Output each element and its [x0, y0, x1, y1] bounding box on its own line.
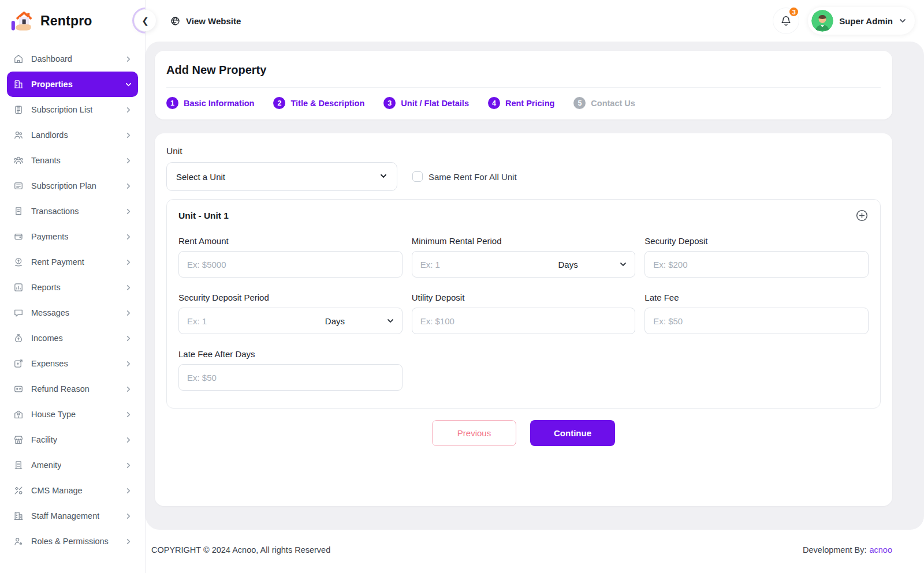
- field-label: Utility Deposit: [412, 293, 636, 302]
- sidebar-item-house-type[interactable]: House Type: [7, 402, 138, 427]
- security-deposit-input[interactable]: [644, 251, 869, 278]
- security-deposit-period-input[interactable]: [179, 308, 268, 334]
- field-label: Late Fee After Days: [178, 349, 403, 359]
- chevron-right-icon: [125, 411, 132, 418]
- sidebar-item-rent-payment[interactable]: Rent Payment: [7, 249, 138, 275]
- combo-minimum-rental-period: Days: [412, 251, 636, 278]
- step-label: Title & Description: [290, 99, 364, 108]
- sidebar-item-subscription-list[interactable]: Subscription List: [7, 97, 138, 122]
- same-rent-checkbox[interactable]: [412, 171, 423, 182]
- brand[interactable]: Rentpro: [0, 0, 145, 42]
- minimum-rental-period-unit-select[interactable]: Days: [501, 252, 635, 277]
- rent-amount-input[interactable]: [178, 251, 403, 278]
- developer-link[interactable]: acnoo: [869, 545, 892, 555]
- security-deposit-period-unit-select[interactable]: Days: [268, 308, 401, 334]
- user-name: Super Admin: [839, 16, 893, 26]
- user-gear-icon: [13, 535, 24, 547]
- field-label: Security Deposit Period: [178, 293, 403, 302]
- user-menu[interactable]: Super Admin: [808, 7, 915, 35]
- step-label: Rent Pricing: [505, 99, 554, 108]
- chevron-right-icon: [125, 538, 132, 545]
- sidebar-collapse-button[interactable]: ❮: [135, 10, 156, 31]
- chevron-right-icon: [125, 157, 132, 164]
- unit-select-value: Days: [558, 260, 578, 269]
- minimum-rental-period-input[interactable]: [412, 252, 501, 277]
- avatar: [811, 10, 833, 32]
- chevron-right-icon: [125, 106, 132, 114]
- sidebar-item-payments[interactable]: Payments: [7, 224, 138, 249]
- sidebar-item-staff-management[interactable]: Staff Management: [7, 503, 138, 529]
- chevron-right-icon: [125, 208, 132, 215]
- notifications-button[interactable]: 3: [773, 8, 799, 33]
- fields-grid: Rent Amount Minimum Rental Period Days S…: [178, 236, 869, 391]
- chevron-right-icon: [125, 284, 132, 291]
- sidebar-item-properties[interactable]: Properties: [7, 72, 138, 97]
- field-rent-amount: Rent Amount: [178, 236, 403, 278]
- field-security-deposit-period: Security Deposit Period Days: [178, 293, 403, 334]
- step-number-badge: 2: [273, 97, 285, 109]
- chevron-right-icon: [125, 462, 132, 469]
- sidebar-item-landlords[interactable]: Landlords: [7, 122, 138, 148]
- sidebar-item-incomes[interactable]: Incomes: [7, 325, 138, 351]
- chevron-right-icon: [125, 182, 132, 190]
- sidebar-item-refund-reason[interactable]: Refund Reason: [7, 376, 138, 402]
- chevron-down-icon: [386, 317, 394, 325]
- step-contact-us[interactable]: 5 Contact Us: [573, 97, 635, 109]
- app-root: Rentpro Dashboard Properties Subscriptio…: [0, 0, 924, 573]
- unit-select-value: Days: [325, 316, 345, 326]
- sidebar-item-subscription-plan[interactable]: Subscription Plan: [7, 173, 138, 199]
- view-website-link[interactable]: View Website: [170, 16, 241, 27]
- step-basic-information[interactable]: 1 Basic Information: [166, 97, 254, 109]
- topbar: ❮ View Website 3: [146, 0, 924, 42]
- step-unit-flat-details[interactable]: 3 Unit / Flat Details: [383, 97, 469, 109]
- unit-select[interactable]: Select a Unit: [166, 162, 397, 191]
- globe-icon: [170, 16, 181, 27]
- utility-deposit-input[interactable]: [412, 308, 636, 334]
- chevron-right-icon: [125, 233, 132, 241]
- continue-button[interactable]: Continue: [530, 420, 615, 446]
- field-late-fee-after-days: Late Fee After Days: [178, 349, 403, 391]
- chart-icon: [13, 282, 24, 293]
- previous-button[interactable]: Previous: [432, 420, 516, 446]
- field-label: Rent Amount: [178, 236, 403, 246]
- step-label: Contact Us: [591, 99, 635, 108]
- sidebar-item-cms-manage[interactable]: CMS Manage: [7, 478, 138, 503]
- sidebar-item-messages[interactable]: Messages: [7, 300, 138, 325]
- sidebar-item-transactions[interactable]: Transactions: [7, 199, 138, 224]
- sidebar-item-dashboard[interactable]: Dashboard: [7, 46, 138, 72]
- unit-pricing-fieldset: Unit - Unit 1 Rent Amount Minimum Rental…: [166, 199, 881, 409]
- users-icon: [13, 129, 24, 141]
- sidebar-item-tenants[interactable]: Tenants: [7, 148, 138, 173]
- sidebar-item-roles-permissions[interactable]: Roles & Permissions: [7, 529, 138, 554]
- same-rent-checkbox-group[interactable]: Same Rent For All Unit: [412, 171, 517, 182]
- sidebar-item-expenses[interactable]: Expenses: [7, 351, 138, 376]
- office-icon: [13, 510, 24, 522]
- chevron-right-icon: [125, 360, 132, 368]
- sidebar: Rentpro Dashboard Properties Subscriptio…: [0, 0, 146, 573]
- content-panel: Add New Property 1 Basic Information 2 T…: [146, 42, 924, 530]
- chevron-down-icon: [125, 81, 132, 88]
- plan-icon: [13, 180, 24, 192]
- chevron-right-icon: [125, 335, 132, 342]
- combo-security-deposit-period: Days: [178, 308, 403, 334]
- field-label: Minimum Rental Period: [412, 236, 636, 246]
- unit-field-label: Unit: [166, 146, 881, 156]
- view-website-label: View Website: [186, 16, 241, 26]
- add-unit-button[interactable]: [855, 209, 869, 222]
- sidebar-item-amenity[interactable]: Amenity: [7, 452, 138, 478]
- tower-icon: [13, 459, 24, 471]
- rent-pricing-form-card: Unit Select a Unit Same Rent For All Uni…: [155, 133, 892, 506]
- money-bag-icon: [13, 332, 24, 344]
- sidebar-nav: Dashboard Properties Subscription List L…: [0, 46, 145, 554]
- chevron-right-icon: [125, 309, 132, 317]
- sidebar-item-facility[interactable]: Facility: [7, 427, 138, 452]
- field-utility-deposit: Utility Deposit: [412, 293, 636, 334]
- late-fee-after-days-input[interactable]: [178, 364, 403, 391]
- topbar-right: 3: [773, 7, 924, 35]
- step-title-description[interactable]: 2 Title & Description: [273, 97, 364, 109]
- step-rent-pricing[interactable]: 4 Rent Pricing: [488, 97, 554, 109]
- users-group-icon: [13, 155, 24, 166]
- late-fee-input[interactable]: [644, 308, 869, 334]
- storefront-icon: [13, 434, 24, 445]
- sidebar-item-reports[interactable]: Reports: [7, 275, 138, 300]
